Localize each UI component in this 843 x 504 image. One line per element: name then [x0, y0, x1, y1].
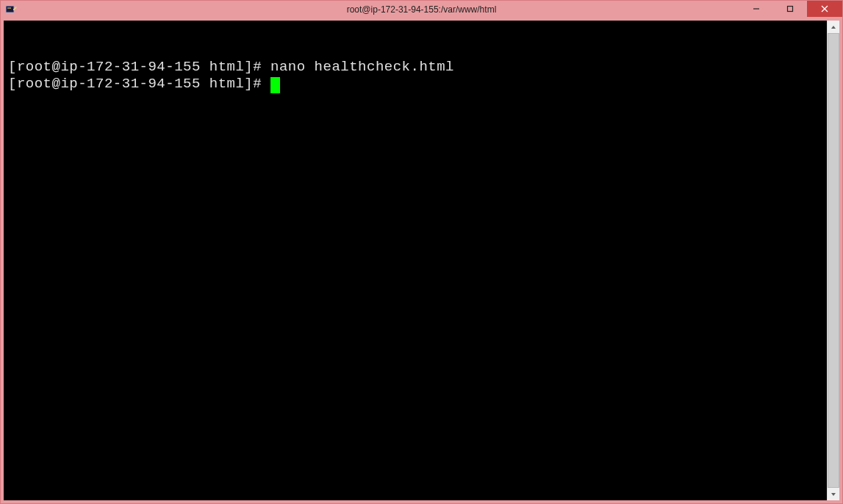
terminal-container: [root@ip-172-31-94-155 html]# nano healt…	[4, 21, 839, 500]
scroll-up-button[interactable]	[828, 21, 839, 33]
vertical-scrollbar[interactable]	[827, 21, 839, 500]
terminal-line: [root@ip-172-31-94-155 html]# nano healt…	[8, 59, 822, 76]
window-title: root@ip-172-31-94-155:/var/www/html	[347, 4, 497, 15]
svg-rect-4	[788, 7, 793, 12]
svg-marker-7	[831, 26, 836, 29]
terminal-line: [root@ip-172-31-94-155 html]#	[8, 76, 822, 93]
titlebar[interactable]: root@ip-172-31-94-155:/var/www/html	[1, 1, 842, 18]
shell-prompt: [root@ip-172-31-94-155 html]#	[8, 76, 270, 92]
close-button[interactable]	[807, 1, 842, 17]
scroll-down-button[interactable]	[828, 488, 839, 500]
window-controls	[739, 1, 842, 17]
svg-marker-8	[831, 493, 836, 496]
terminal-cursor	[270, 77, 280, 93]
shell-command: nano healthcheck.html	[270, 59, 454, 75]
svg-rect-1	[7, 7, 13, 12]
minimize-button[interactable]	[739, 1, 773, 17]
scroll-track[interactable]	[828, 33, 839, 488]
terminal[interactable]: [root@ip-172-31-94-155 html]# nano healt…	[4, 21, 827, 500]
application-window: root@ip-172-31-94-155:/var/www/html [roo…	[0, 0, 843, 504]
maximize-button[interactable]	[773, 1, 807, 17]
putty-icon	[5, 4, 17, 15]
content-area: [root@ip-172-31-94-155 html]# nano healt…	[1, 18, 842, 503]
shell-prompt: [root@ip-172-31-94-155 html]#	[8, 59, 270, 75]
scroll-thumb[interactable]	[828, 33, 839, 488]
